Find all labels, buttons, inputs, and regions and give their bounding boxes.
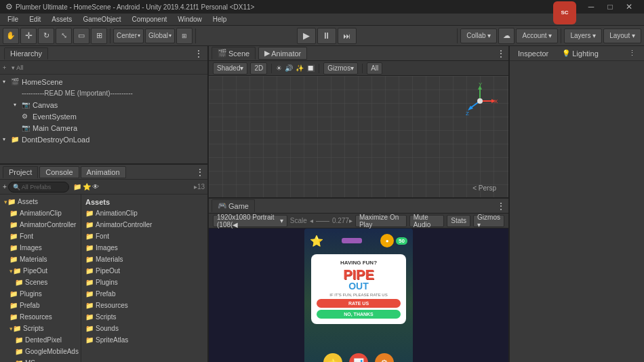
tool-transform[interactable]: ⊞ bbox=[91, 28, 107, 44]
2d-button[interactable]: 2D bbox=[250, 62, 267, 75]
rate-us-button[interactable]: RATE US bbox=[317, 299, 401, 308]
asset-plugins[interactable]: 📁 Plugins bbox=[81, 277, 207, 288]
tree-font[interactable]: 📁 Font bbox=[0, 230, 81, 242]
tree-plugins[interactable]: 📁 Plugins bbox=[0, 288, 81, 300]
maximize-button[interactable]: □ bbox=[601, 0, 620, 14]
hierarchy-menu-icon[interactable]: ⋮ bbox=[194, 48, 203, 59]
tab-game[interactable]: 🎮 Game bbox=[212, 199, 255, 212]
tree-resources[interactable]: 📁 Resources bbox=[0, 311, 81, 323]
menu-gameobject[interactable]: GameObject bbox=[78, 14, 125, 26]
asset-spriteatlas[interactable]: 📁 SpriteAtlas bbox=[81, 334, 207, 346]
asset-animatorcontroller[interactable]: 📁 AnimatorController bbox=[81, 219, 207, 230]
tree-item-homescene[interactable]: ▾ 🎬 HomeScene bbox=[0, 76, 207, 87]
tool-rect[interactable]: ▭ bbox=[73, 28, 89, 44]
bottom-gear-button[interactable]: ⚙ bbox=[375, 353, 394, 362]
menu-help[interactable]: Help bbox=[208, 14, 232, 26]
asset-pipeout[interactable]: 📁 PipeOut bbox=[81, 265, 207, 277]
tab-scene[interactable]: 🎬 Scene bbox=[212, 47, 256, 60]
inspector-menu-icon[interactable]: ⋮ bbox=[624, 46, 640, 61]
tree-assets[interactable]: ▾ 📁 Assets bbox=[0, 196, 81, 207]
plus-icon[interactable]: + bbox=[3, 64, 6, 71]
tree-item-readme[interactable]: ----------READ ME (Important)---------- bbox=[0, 87, 207, 99]
asset-resources[interactable]: 📁 Resources bbox=[81, 300, 207, 311]
layout-button[interactable]: Layout ▾ bbox=[603, 28, 641, 43]
tool-hand[interactable]: ✋ bbox=[3, 28, 19, 44]
minimize-button[interactable]: ─ bbox=[582, 0, 601, 14]
tree-scenes[interactable]: 📁 Scenes bbox=[0, 277, 81, 288]
scale-value-num: 0.277▸ bbox=[332, 217, 353, 224]
close-button[interactable]: ✕ bbox=[620, 0, 639, 14]
lighting-icon[interactable]: ☀ bbox=[276, 64, 282, 72]
step-button[interactable]: ⏭ bbox=[338, 28, 357, 44]
asset-animationclip[interactable]: 📁 AnimationClip bbox=[81, 207, 207, 219]
tree-item-canvas[interactable]: ▾ 📷 Canvas bbox=[0, 99, 207, 110]
tree-animationclip[interactable]: 📁 AnimationClip bbox=[0, 207, 81, 219]
tool-move[interactable]: ✛ bbox=[20, 28, 37, 44]
tab-animation[interactable]: Animation bbox=[81, 166, 126, 178]
tree-item-eventsystem[interactable]: ⚙ EventSystem bbox=[0, 110, 207, 122]
asset-prefab[interactable]: 📁 Prefab bbox=[81, 288, 207, 300]
maximize-on-play[interactable]: Maximize On Play bbox=[355, 215, 407, 227]
layers-button[interactable]: Layers ▾ bbox=[564, 28, 602, 43]
create-icon[interactable]: + bbox=[3, 183, 7, 190]
collab-button[interactable]: Collab ▾ bbox=[460, 28, 497, 43]
tree-item-maincamera[interactable]: 📷 Main Camera bbox=[0, 122, 207, 134]
tree-animatorcontroller[interactable]: 📁 AnimatorController bbox=[0, 219, 81, 230]
tool-rotate[interactable]: ↻ bbox=[38, 28, 54, 44]
menu-file[interactable]: File bbox=[3, 14, 23, 26]
gizmos-game-button[interactable]: Gizmos ▾ bbox=[473, 215, 504, 227]
tree-scripts[interactable]: ▾ 📁 Scripts bbox=[0, 323, 81, 334]
star-icon[interactable]: ⭐ bbox=[83, 183, 91, 190]
tree-pipeout[interactable]: ▾ 📁 PipeOut bbox=[0, 265, 81, 277]
audio-icon[interactable]: 🔊 bbox=[285, 64, 293, 72]
gizmos-button[interactable]: Gizmos ▾ bbox=[323, 62, 358, 75]
pause-button[interactable]: ⏸ bbox=[317, 28, 336, 44]
tab-inspector[interactable]: Inspector bbox=[514, 48, 552, 59]
no-thanks-button[interactable]: NO, THANKS bbox=[317, 310, 401, 319]
tab-hierarchy[interactable]: Hierarchy bbox=[4, 47, 48, 60]
tree-googlemobileads[interactable]: 📁 GoogleMobileAds bbox=[0, 346, 81, 357]
tree-ms[interactable]: 📁 MS bbox=[0, 357, 81, 362]
menu-assets[interactable]: Assets bbox=[47, 14, 77, 26]
scene-menu-icon[interactable]: ⋮ bbox=[496, 48, 506, 59]
tab-project[interactable]: Project bbox=[3, 166, 38, 178]
overlay-icon[interactable]: 🔲 bbox=[306, 64, 315, 72]
play-button[interactable]: ▶ bbox=[297, 28, 316, 44]
eye-icon[interactable]: 👁 bbox=[92, 183, 99, 190]
tool-scale[interactable]: ⤡ bbox=[56, 28, 72, 44]
tab-console[interactable]: Console bbox=[39, 166, 79, 178]
asset-materials[interactable]: 📁 Materials bbox=[81, 254, 207, 265]
tab-animator[interactable]: ▶ Animator bbox=[258, 47, 307, 60]
bottom-star-button[interactable]: ⭐ bbox=[323, 353, 342, 362]
all-button[interactable]: All bbox=[367, 62, 382, 75]
game-menu-icon[interactable]: ⋮ bbox=[496, 201, 506, 212]
menu-window[interactable]: Window bbox=[173, 14, 207, 26]
tree-prefab[interactable]: 📁 Prefab bbox=[0, 300, 81, 311]
project-search[interactable]: 🔍 All Prefabs bbox=[8, 182, 69, 193]
bottom-chart-button[interactable]: 📊 bbox=[349, 353, 368, 362]
tab-lighting[interactable]: 💡 Lighting bbox=[558, 48, 603, 59]
account-button[interactable]: Account ▾ bbox=[516, 28, 558, 43]
pivot-dropdown[interactable]: Center ▾ bbox=[113, 28, 144, 43]
menu-edit[interactable]: Edit bbox=[24, 14, 45, 26]
asset-font[interactable]: 📁 Font bbox=[81, 230, 207, 242]
cloud-button[interactable]: ☁ bbox=[498, 28, 515, 44]
project-menu-icon[interactable]: ⋮ bbox=[195, 167, 205, 178]
effects-icon[interactable]: ✨ bbox=[296, 64, 304, 72]
stats-button[interactable]: Stats bbox=[447, 215, 470, 227]
shading-dropdown[interactable]: Shaded ▾ bbox=[213, 62, 247, 75]
tree-dentedpixel[interactable]: 📁 DentedPixel bbox=[0, 334, 81, 346]
asset-scripts[interactable]: 📁 Scripts bbox=[81, 311, 207, 323]
snap-btn[interactable]: ⊞ bbox=[176, 28, 193, 44]
tree-materials[interactable]: 📁 Materials bbox=[0, 254, 81, 265]
tree-images[interactable]: 📁 Images bbox=[0, 242, 81, 254]
scene-gizmo[interactable]: Y X Z bbox=[462, 83, 499, 120]
asset-sounds[interactable]: 📁 Sounds bbox=[81, 323, 207, 334]
space-dropdown[interactable]: Global ▾ bbox=[145, 28, 175, 43]
folder-icon[interactable]: 📁 bbox=[73, 183, 81, 190]
resolution-dropdown[interactable]: 1920x1080 Portrait (108(◀ ▾ bbox=[213, 215, 287, 227]
asset-images[interactable]: 📁 Images bbox=[81, 242, 207, 254]
tree-item-dontdestroy[interactable]: ▾ 📁 DontDestroyOnLoad bbox=[0, 134, 207, 145]
menu-component[interactable]: Component bbox=[127, 14, 172, 26]
mute-audio[interactable]: Mute Audio bbox=[409, 215, 445, 227]
